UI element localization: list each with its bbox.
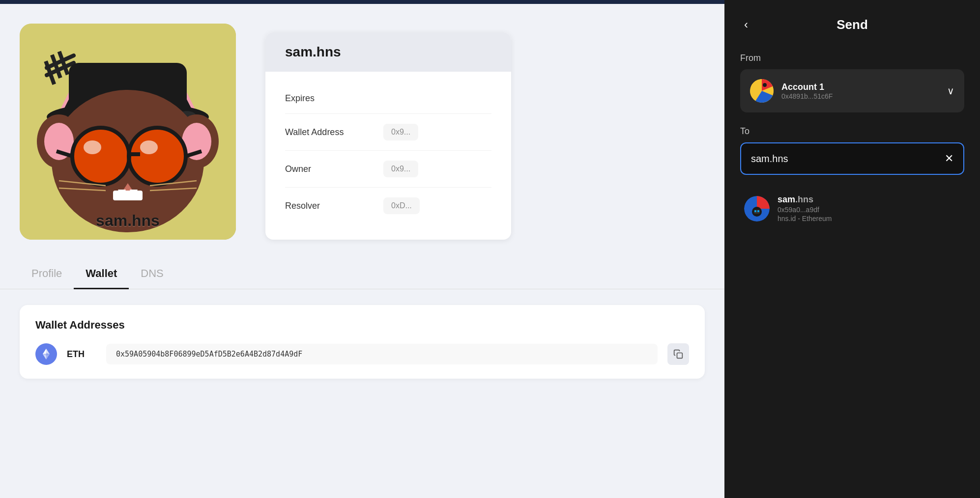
top-bar — [0, 0, 724, 4]
suggestion-address: 0x59a0...a9df — [778, 206, 960, 214]
svg-rect-43 — [677, 353, 683, 359]
domain-title: sam.hns — [265, 32, 511, 72]
from-label: From — [740, 53, 964, 63]
send-header: ‹ Send — [724, 0, 980, 49]
owner-field: Owner 0x9... — [285, 151, 491, 188]
wallet-address-label: Wallet Address — [285, 127, 383, 138]
avatar-name: sam.hns — [96, 212, 160, 230]
tabs: Profile Wallet DNS — [20, 259, 705, 289]
suggestion-name-main: sam — [778, 194, 795, 204]
wallet-address-field: Wallet Address 0x9... — [285, 114, 491, 151]
resolver-field: Resolver 0xD... — [285, 188, 491, 224]
svg-marker-41 — [43, 354, 46, 360]
resolver-label: Resolver — [285, 201, 383, 211]
account-address: 0x4891b...51c6F — [781, 92, 939, 100]
eth-address-value: 0x59A05904b8F06899eD5AfD5B2e6A4B2d87d4A9… — [106, 344, 658, 364]
tab-dns[interactable]: DNS — [129, 259, 175, 289]
svg-marker-40 — [43, 349, 46, 355]
suggestion-item[interactable]: sam.hns 0x59a0...a9df hns.id - Ethereum — [740, 187, 964, 230]
svg-point-52 — [757, 210, 759, 212]
to-section: To ✕ — [740, 126, 964, 175]
suggestion-name: sam.hns — [778, 194, 960, 205]
wallet-address-value: 0x9... — [383, 124, 418, 140]
suggestion-name-suffix: .hns — [795, 194, 813, 204]
to-input-wrapper: ✕ — [740, 142, 964, 175]
right-panel: ‹ Send From — [724, 0, 980, 498]
suggestion-source: hns.id - Ethereum — [778, 215, 960, 222]
send-title: Send — [836, 17, 868, 32]
eth-label: ETH — [67, 349, 96, 360]
wallet-addresses-title: Wallet Addresses — [35, 319, 689, 332]
resolver-value: 0xD... — [383, 197, 420, 214]
eth-icon — [35, 343, 57, 365]
suggestion-avatar — [744, 196, 770, 221]
svg-marker-39 — [46, 349, 50, 355]
svg-point-23 — [140, 140, 158, 154]
chevron-down-icon[interactable]: ∨ — [947, 85, 954, 97]
suggestion-info: sam.hns 0x59a0...a9df hns.id - Ethereum — [778, 194, 960, 222]
tab-profile[interactable]: Profile — [20, 259, 74, 289]
wallet-content: Wallet Addresses ETH 0x59A05904b8F06899e… — [0, 289, 724, 394]
wallet-addresses-card: Wallet Addresses ETH 0x59A05904b8F06899e… — [20, 305, 705, 379]
domain-card: sam.hns Expires Wallet Address 0x9... Ow… — [265, 32, 511, 240]
expires-field: Expires — [285, 83, 491, 114]
clear-button[interactable]: ✕ — [945, 152, 953, 165]
eth-row: ETH 0x59A05904b8F06899eD5AfD5B2e6A4B2d87… — [35, 343, 689, 365]
owner-value: 0x9... — [383, 161, 418, 177]
owner-label: Owner — [285, 164, 383, 174]
to-label: To — [740, 126, 964, 137]
to-input[interactable] — [751, 153, 939, 165]
svg-point-51 — [754, 210, 756, 212]
svg-point-22 — [84, 140, 101, 154]
back-button[interactable]: ‹ — [740, 14, 752, 35]
svg-rect-30 — [113, 191, 143, 200]
account-icon — [750, 79, 774, 103]
account-name: Account 1 — [781, 82, 939, 92]
profile-area: sam.hns sam.hns Expires Wallet Address 0… — [0, 4, 724, 240]
expires-label: Expires — [285, 93, 383, 104]
tabs-section: Profile Wallet DNS — [0, 259, 724, 289]
send-body: From — [724, 49, 980, 234]
left-panel: sam.hns sam.hns Expires Wallet Address 0… — [0, 0, 724, 498]
account-info: Account 1 0x4891b...51c6F — [781, 82, 939, 100]
tab-wallet[interactable]: Wallet — [74, 259, 129, 289]
svg-marker-42 — [46, 354, 50, 360]
copy-button[interactable] — [667, 343, 689, 365]
svg-point-47 — [763, 83, 767, 87]
avatar-card: sam.hns — [20, 24, 236, 240]
from-card: Account 1 0x4891b...51c6F ∨ — [740, 69, 964, 112]
